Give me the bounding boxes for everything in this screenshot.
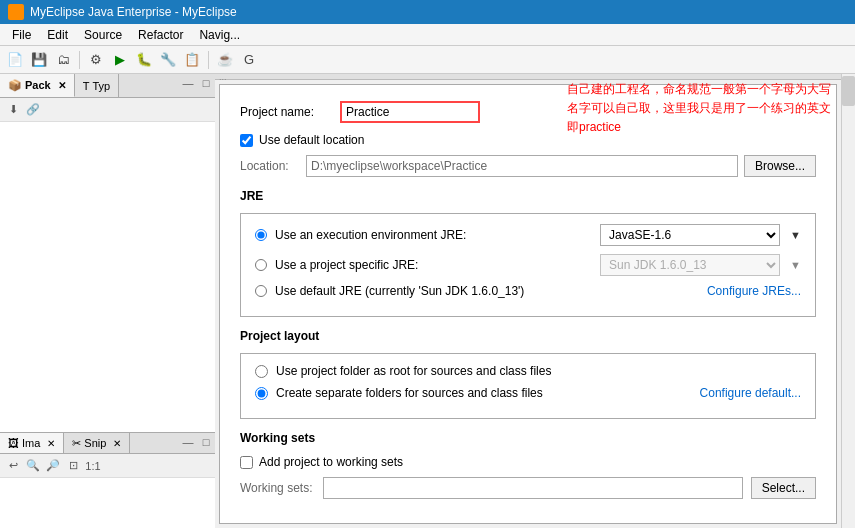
scroll-thumb[interactable] — [842, 76, 855, 106]
menu-file[interactable]: File — [4, 26, 39, 44]
tab-typ-label: Typ — [92, 80, 110, 92]
location-label: Location: — [240, 159, 300, 173]
layout-option-2-radio[interactable] — [255, 387, 268, 400]
pack-icon: 📦 — [8, 79, 22, 92]
collapse-all-button[interactable]: ⬇ — [4, 101, 22, 119]
working-sets-section: Working sets Add project to working sets… — [240, 431, 816, 499]
toolbar-sep-2 — [208, 51, 209, 69]
fit-button[interactable]: ⊡ — [64, 457, 82, 475]
settings-button[interactable]: 🔧 — [157, 49, 179, 71]
panel-content[interactable] — [0, 122, 215, 432]
jre-option-1-row: Use an execution environment JRE: JavaSE… — [255, 224, 801, 246]
main-toolbar: 📄 💾 🗂 ⚙ ▶ 🐛 🔧 📋 ☕ G — [0, 46, 855, 74]
jre-option-1-label: Use an execution environment JRE: — [275, 228, 592, 242]
bottom-panel-content — [0, 478, 215, 528]
jre-section: Use an execution environment JRE: JavaSE… — [240, 213, 816, 317]
layout-option-1-row: Use project folder as root for sources a… — [255, 364, 801, 378]
maximize-panel-button[interactable]: □ — [197, 74, 215, 92]
jre-option-2-select[interactable]: Sun JDK 1.6.0_13 — [600, 254, 780, 276]
jre-option-2-label: Use a project specific JRE: — [275, 258, 592, 272]
layout-option-2-row: Create separate folders for sources and … — [255, 386, 801, 400]
browse-button[interactable]: Browse... — [744, 155, 816, 177]
ima-icon: 🖼 — [8, 437, 19, 449]
project-layout-section: Use project folder as root for sources a… — [240, 353, 816, 419]
bottom-panel-bar: 🖼 Ima ✕ ✂ Snip ✕ — □ — [0, 432, 215, 454]
bottom-panel-toolbar: ↩ 🔍 🔎 ⊡ 1:1 — [0, 454, 215, 478]
bottom-maximize-button[interactable]: □ — [197, 433, 215, 451]
jre-dropdown-arrow: ▼ — [790, 229, 801, 241]
use-default-location-label: Use default location — [259, 133, 364, 147]
menu-source[interactable]: Source — [76, 26, 130, 44]
link-button[interactable]: 🔗 — [24, 101, 42, 119]
jre-option-1-radio[interactable] — [255, 229, 267, 241]
add-to-working-sets-checkbox[interactable] — [240, 456, 253, 469]
save-button[interactable]: 💾 — [28, 49, 50, 71]
layout-option-2-label: Create separate folders for sources and … — [276, 386, 692, 400]
tab-typ[interactable]: T Typ — [75, 74, 119, 97]
tab-ima[interactable]: 🖼 Ima ✕ — [0, 433, 64, 453]
debug-button[interactable]: 🐛 — [133, 49, 155, 71]
panel-tab-bar: 📦 Pack ✕ T Typ — □ — [0, 74, 215, 98]
bottom-minimize-button[interactable]: — — [179, 433, 197, 451]
jre-option-3-row: Use default JRE (currently 'Sun JDK 1.6.… — [255, 284, 801, 298]
use-default-location-checkbox[interactable] — [240, 134, 253, 147]
menu-bar: File Edit Source Refactor Navig... — [0, 24, 855, 46]
working-sets-input[interactable] — [323, 477, 743, 499]
configure-jres-link[interactable]: Configure JREs... — [707, 284, 801, 298]
jre-option-1-select[interactable]: JavaSE-1.6 — [600, 224, 780, 246]
menu-edit[interactable]: Edit — [39, 26, 76, 44]
ima-close-icon[interactable]: ✕ — [47, 438, 55, 449]
jre-option-2-arrow: ▼ — [790, 259, 801, 271]
zoom-in-button[interactable]: 🔍 — [24, 457, 42, 475]
layout-option-1-radio[interactable] — [255, 365, 268, 378]
left-panel: 📦 Pack ✕ T Typ — □ ⬇ 🔗 — [0, 74, 215, 528]
project-name-input[interactable] — [340, 101, 480, 123]
right-scrollbar[interactable] — [841, 74, 855, 528]
minimize-panel-button[interactable]: — — [179, 74, 197, 92]
tab-pack-label: Pack — [25, 79, 51, 91]
annotation-line1: 自己建的工程名，命名规范一般第一个字母为大写 — [567, 84, 831, 99]
back-button[interactable]: ↩ — [4, 457, 22, 475]
new-button[interactable]: 📄 — [4, 49, 26, 71]
title-bar-text: MyEclipse Java Enterprise - MyEclipse — [30, 5, 237, 19]
add-to-working-sets-label: Add project to working sets — [259, 455, 403, 469]
close-icon[interactable]: ✕ — [58, 80, 66, 91]
snip-icon: ✂ — [72, 437, 81, 450]
actual-size-button[interactable]: 1:1 — [84, 457, 102, 475]
working-sets-title: Working sets — [240, 431, 816, 445]
zoom-out-button[interactable]: 🔎 — [44, 457, 62, 475]
working-sets-input-row: Working sets: Select... — [240, 477, 816, 499]
use-default-location-row: Use default location — [240, 133, 816, 147]
toolbar-extra-1[interactable]: ☕ — [214, 49, 236, 71]
toolbar-sep-1 — [79, 51, 80, 69]
save-all-button[interactable]: 🗂 — [52, 49, 74, 71]
jre-option-2-row: Use a project specific JRE: Sun JDK 1.6.… — [255, 254, 801, 276]
jre-option-2-radio[interactable] — [255, 259, 267, 271]
toolbar-extra-2[interactable]: G — [238, 49, 260, 71]
configure-default-link[interactable]: Configure default... — [700, 386, 801, 400]
location-input[interactable] — [306, 155, 738, 177]
scroll-indicator: ... — [215, 74, 841, 80]
dialog-content: Project name: 自己建的工程名，命名规范一般第一个字母为大写 名字可… — [219, 84, 837, 524]
typ-icon: T — [83, 80, 90, 92]
tab-snip[interactable]: ✂ Snip ✕ — [64, 433, 130, 453]
panel-toolbar: ⬇ 🔗 — [0, 98, 215, 122]
snip-close-icon[interactable]: ✕ — [113, 438, 121, 449]
project-layout-title: Project layout — [240, 329, 816, 343]
working-sets-label: Working sets: — [240, 481, 315, 495]
jre-section-title: JRE — [240, 189, 816, 203]
extra-button[interactable]: 📋 — [181, 49, 203, 71]
select-button[interactable]: Select... — [751, 477, 816, 499]
jre-option-3-label: Use default JRE (currently 'Sun JDK 1.6.… — [275, 284, 699, 298]
jre-option-3-radio[interactable] — [255, 285, 267, 297]
tab-snip-label: Snip — [84, 437, 106, 449]
add-to-working-sets-row: Add project to working sets — [240, 455, 816, 469]
menu-navigate[interactable]: Navig... — [191, 26, 248, 44]
tab-pack[interactable]: 📦 Pack ✕ — [0, 74, 75, 97]
run-config-button[interactable]: ⚙ — [85, 49, 107, 71]
run-button[interactable]: ▶ — [109, 49, 131, 71]
title-bar: MyEclipse Java Enterprise - MyEclipse — [0, 0, 855, 24]
menu-refactor[interactable]: Refactor — [130, 26, 191, 44]
tab-ima-label: Ima — [22, 437, 40, 449]
app-icon — [8, 4, 24, 20]
